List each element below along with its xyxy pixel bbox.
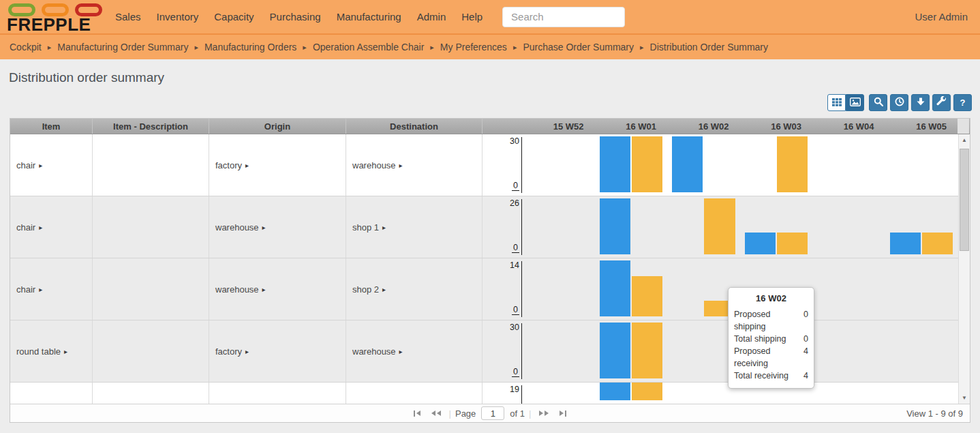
receiving-slot	[558, 136, 594, 192]
column-header-item[interactable]: Item	[10, 119, 93, 134]
shipping-bar[interactable]	[672, 136, 703, 192]
receiving-bar[interactable]	[777, 233, 808, 254]
axis-header-spacer	[483, 119, 522, 134]
tooltip-row-label: Total receiving	[734, 370, 788, 382]
distribution-order-grid: ItemItem - DescriptionOriginDestination1…	[10, 118, 970, 423]
destination-link[interactable]: shop 2▸	[352, 284, 386, 295]
scrollbar-thumb[interactable]	[960, 149, 969, 251]
breadcrumb-item[interactable]: Distribution Order Summary	[650, 42, 769, 53]
search-button[interactable]	[869, 94, 887, 111]
scroll-down-icon[interactable]: ▼	[959, 392, 970, 404]
origin-link[interactable]: warehouse▸	[215, 284, 266, 295]
nav-item-inventory[interactable]: Inventory	[155, 8, 200, 25]
tooltip-row-value: 4	[803, 345, 808, 370]
row-bar-chart	[522, 134, 958, 196]
search-input[interactable]	[502, 7, 625, 27]
last-page-button[interactable]	[560, 410, 566, 417]
drill-arrow-icon: ▸	[399, 162, 403, 169]
week-cell	[595, 196, 668, 258]
table-view-button[interactable]	[827, 94, 846, 111]
column-header-item-description[interactable]: Item - Description	[93, 119, 209, 134]
shipping-bar[interactable]	[600, 136, 630, 192]
week-cell	[812, 320, 885, 382]
shipping-slot	[812, 260, 848, 316]
shipping-slot	[812, 136, 848, 192]
user-menu[interactable]: User Admin	[915, 11, 968, 23]
shipping-bar[interactable]	[890, 233, 921, 254]
first-page-button[interactable]	[414, 410, 420, 417]
receiving-bar[interactable]	[632, 136, 662, 192]
shipping-slot	[522, 323, 558, 378]
destination-link[interactable]: warehouse▸	[352, 346, 403, 357]
destination-link[interactable]: shop 1▸	[352, 222, 386, 233]
breadcrumb-item[interactable]: Purchase Order Summary	[523, 42, 634, 53]
receiving-bar[interactable]	[632, 323, 662, 378]
week-cell	[885, 258, 958, 320]
nav-item-help[interactable]: Help	[460, 8, 484, 25]
frepple-logo[interactable]: FREPPLE	[7, 1, 102, 33]
breadcrumb-item[interactable]: Manufacturing Order Summary	[57, 42, 188, 53]
week-header: 16 W02	[667, 119, 740, 134]
column-header-destination[interactable]: Destination	[346, 119, 483, 134]
receiving-bar[interactable]	[632, 383, 662, 400]
shipping-slot	[595, 383, 631, 400]
receiving-slot	[558, 323, 594, 378]
description-cell	[93, 134, 209, 196]
shipping-slot	[667, 323, 703, 378]
column-header-origin[interactable]: Origin	[209, 119, 346, 134]
breadcrumb-item[interactable]: Cockpit	[10, 42, 42, 53]
shipping-bar[interactable]	[600, 383, 630, 400]
nav-item-capacity[interactable]: Capacity	[213, 8, 255, 25]
item-link[interactable]: chair▸	[16, 160, 42, 170]
next-page-button[interactable]	[539, 410, 549, 416]
item-link[interactable]: chair▸	[16, 222, 42, 233]
breadcrumb-item[interactable]: Manufacturing Orders	[204, 42, 296, 53]
destination-link[interactable]: warehouse▸	[352, 160, 403, 170]
origin-link[interactable]: warehouse▸	[215, 222, 266, 233]
nav-item-admin[interactable]: Admin	[416, 8, 448, 25]
question-mark-icon: ?	[960, 98, 966, 108]
receiving-bar[interactable]	[632, 276, 662, 316]
item-link[interactable]: round table▸	[16, 346, 67, 357]
breadcrumb-separator-icon: ▸	[640, 43, 644, 52]
week-cell	[667, 134, 740, 196]
breadcrumb-item[interactable]: Operation Assemble Chair	[313, 42, 424, 53]
drill-arrow-icon: ▸	[382, 224, 386, 231]
receiving-slot	[631, 260, 667, 316]
time-buckets-button[interactable]	[890, 94, 908, 111]
receiving-slot	[921, 383, 958, 400]
scroll-up-icon[interactable]: ▲	[959, 134, 970, 146]
graph-view-button[interactable]	[846, 94, 864, 111]
origin-link[interactable]: factory▸	[215, 160, 249, 170]
week-cell	[740, 196, 813, 258]
breadcrumb-item[interactable]: My Preferences	[440, 42, 507, 53]
receiving-bar[interactable]	[777, 136, 808, 192]
nav-item-manufacturing[interactable]: Manufacturing	[335, 8, 403, 25]
week-cell	[812, 196, 885, 258]
origin-link[interactable]: factory▸	[215, 346, 249, 357]
receiving-bar[interactable]	[704, 198, 735, 254]
shipping-bar[interactable]	[600, 260, 630, 316]
item-text: chair	[16, 284, 35, 295]
item-link[interactable]: chair▸	[16, 284, 42, 295]
vertical-scrollbar[interactable]: ▲ ▼	[958, 134, 970, 404]
download-button[interactable]	[911, 94, 930, 111]
item-cell: round table▸	[10, 320, 93, 382]
shipping-bar[interactable]	[600, 323, 630, 378]
receiving-bar[interactable]	[922, 233, 953, 254]
shipping-bar[interactable]	[600, 198, 630, 254]
page-number-input[interactable]	[481, 406, 504, 420]
drill-arrow-icon: ▸	[39, 162, 42, 169]
prev-page-button[interactable]	[431, 410, 441, 416]
help-button[interactable]: ?	[953, 94, 972, 111]
y-axis-line	[521, 137, 522, 193]
nav-item-sales[interactable]: Sales	[114, 8, 142, 25]
drill-arrow-icon: ▸	[245, 348, 249, 355]
customize-button[interactable]	[932, 94, 951, 111]
nav-item-purchasing[interactable]: Purchasing	[269, 8, 322, 25]
shipping-bar[interactable]	[745, 233, 776, 254]
table-row: round table▸factory▸warehouse▸300	[10, 320, 970, 383]
breadcrumb: Cockpit▸Manufacturing Order Summary▸Manu…	[0, 33, 980, 59]
receiving-slot	[848, 383, 885, 400]
shipping-slot	[667, 383, 703, 400]
